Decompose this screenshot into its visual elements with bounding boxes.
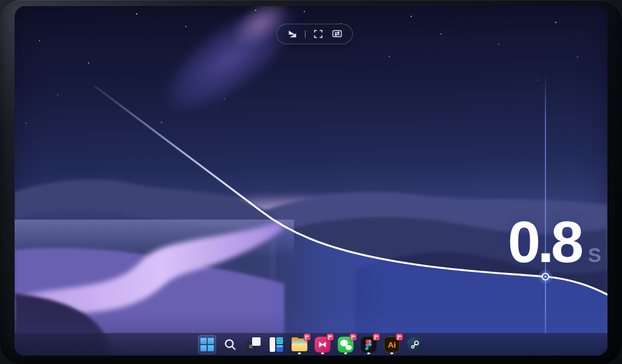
file-explorer-button[interactable] bbox=[290, 335, 309, 354]
running-indicator bbox=[298, 352, 301, 354]
transition-settings-button[interactable] bbox=[331, 28, 343, 40]
running-indicator bbox=[344, 352, 347, 354]
frame-capture-icon bbox=[313, 29, 323, 39]
easing-curve-overlay bbox=[15, 6, 607, 356]
search-icon bbox=[224, 338, 237, 351]
notification-badge bbox=[373, 334, 380, 340]
brand-play-button[interactable] bbox=[286, 28, 298, 40]
duration-unit: S bbox=[588, 244, 602, 267]
windows-logo-icon bbox=[200, 338, 214, 351]
notification-badge bbox=[327, 334, 333, 340]
duration-value: 0.8 bbox=[508, 216, 581, 268]
brand-play-icon bbox=[287, 29, 298, 39]
wechat-button[interactable] bbox=[337, 335, 355, 354]
steam-button[interactable] bbox=[406, 335, 424, 354]
overlap-squares-button[interactable] bbox=[244, 335, 262, 354]
overlapping-squares-icon bbox=[246, 337, 261, 352]
duration-readout: 0.8 S bbox=[508, 216, 602, 268]
frame-capture-button[interactable] bbox=[312, 28, 324, 40]
notification-badge bbox=[350, 334, 357, 340]
search-button[interactable] bbox=[221, 335, 239, 354]
illustrator-button[interactable]: Ai bbox=[383, 335, 401, 354]
start-button[interactable] bbox=[198, 335, 216, 354]
panels-button[interactable] bbox=[267, 335, 285, 354]
running-indicator bbox=[321, 352, 324, 354]
toolbar-divider bbox=[305, 30, 306, 38]
panels-icon bbox=[269, 337, 284, 352]
illustrator-glyph: Ai bbox=[388, 341, 396, 349]
steam-logo-icon bbox=[407, 337, 423, 352]
desktop-screen: 0.8 S bbox=[15, 6, 607, 356]
notification-badge bbox=[396, 334, 403, 340]
running-indicator bbox=[391, 352, 394, 354]
notification-badge bbox=[304, 334, 310, 340]
running-indicator bbox=[367, 352, 371, 354]
video-editor-button[interactable] bbox=[313, 335, 332, 354]
taskbar: Ai bbox=[15, 333, 607, 356]
transition-settings-icon bbox=[332, 29, 343, 39]
floating-toolbar bbox=[276, 24, 353, 44]
figma-button[interactable] bbox=[360, 335, 378, 354]
laptop-device: 0.8 S bbox=[0, 0, 622, 364]
